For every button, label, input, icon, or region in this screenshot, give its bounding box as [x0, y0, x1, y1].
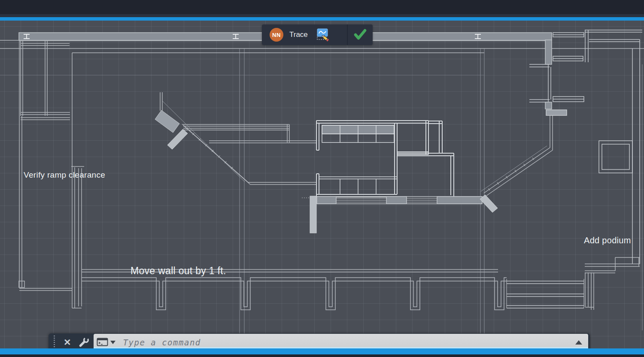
- avatar: NN: [270, 28, 283, 42]
- app-titlebar: [0, 0, 644, 14]
- trace-toolbar: NN Trace: [262, 24, 373, 45]
- autocad-trace-screen: Verify ramp clearance Move wall out by 1…: [0, 0, 644, 357]
- central-rooms: [316, 121, 454, 197]
- bottom-edge: [0, 354, 644, 357]
- floorplan-drawing: [0, 21, 644, 348]
- scroll-up-caret-icon[interactable]: [575, 340, 582, 345]
- trace-drawing-icon[interactable]: [314, 27, 331, 43]
- left-ramp-diagonal: [155, 92, 317, 185]
- stairs: [507, 279, 584, 308]
- confirm-check-icon[interactable]: [347, 24, 373, 45]
- bottom-accent-bar: [0, 348, 644, 354]
- annotation-add-podium: Add podium: [584, 236, 631, 245]
- right-side-walls: [529, 30, 642, 264]
- annotation-ramp-clearance: Verify ramp clearance: [24, 170, 105, 180]
- close-icon[interactable]: ✕: [59, 338, 76, 347]
- right-ramp-diagonal: [480, 115, 553, 212]
- bottom-right-walls: [585, 257, 640, 310]
- left-wall-structure: [19, 41, 72, 290]
- dropdown-caret-icon[interactable]: [110, 341, 115, 344]
- ribbon-edge: [0, 14, 644, 17]
- command-input[interactable]: [122, 336, 575, 349]
- drawing-canvas[interactable]: Verify ramp clearance Move wall out by 1…: [0, 21, 644, 348]
- window-band: [302, 196, 482, 233]
- command-prompt-icon: [97, 338, 108, 347]
- trace-title: Trace: [289, 30, 308, 39]
- top-accent-bar: [0, 17, 644, 21]
- corridor-walls: [183, 124, 317, 143]
- annotation-move-wall: Move wall out by 1 ft.: [131, 265, 226, 277]
- wrench-icon[interactable]: [76, 337, 94, 348]
- drag-handle[interactable]: [54, 336, 55, 349]
